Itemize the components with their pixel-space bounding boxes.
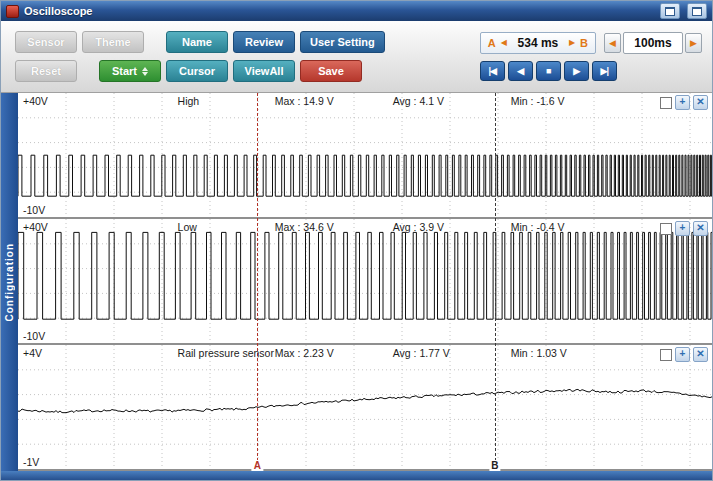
channel-panel-low: +40V Low Max : 34.6 V Avg : 3.9 V Min : … <box>18 219 712 345</box>
configuration-tab-label: Configuration <box>4 243 15 322</box>
toolbar-row-1: Sensor Theme Name Review User Setting <box>15 31 385 53</box>
cursor-b-arrow-icon[interactable]: ▶ <box>569 39 575 47</box>
viewall-button[interactable]: ViewAll <box>233 60 295 82</box>
app-icon <box>6 5 19 18</box>
stat-max: Max : 14.9 V <box>275 95 334 107</box>
theme-button[interactable]: Theme <box>82 31 144 53</box>
configuration-tab[interactable]: Configuration <box>1 93 18 471</box>
maximize-window-button[interactable] <box>687 3 707 19</box>
time-control-cluster: A ◀ 534 ms ▶ B ◀ 100ms ▶ |◀ ◀ ■ ▶ ▶| <box>480 32 702 81</box>
start-button-label: Start <box>112 65 137 77</box>
restore-icon <box>665 7 675 16</box>
cursor-b-label: B <box>580 37 588 49</box>
timebase-decrease-button[interactable]: ◀ <box>604 33 621 53</box>
title-bar: Oscilloscope <box>1 1 712 21</box>
start-spinner-icon <box>142 67 148 76</box>
stat-min: Min : 1.03 V <box>511 347 567 359</box>
cursor-a-label: A <box>488 37 496 49</box>
cursor-delta-time: 534 ms <box>512 36 564 50</box>
play-button[interactable]: ▶ <box>564 61 589 81</box>
channel-controls: + ✕ <box>660 221 708 236</box>
timebase-selector: ◀ 100ms ▶ <box>604 32 702 54</box>
review-button[interactable]: Review <box>233 31 295 53</box>
stat-avg: Avg : 3.9 V <box>393 221 444 233</box>
close-channel-icon[interactable]: ✕ <box>693 221 708 236</box>
skip-to-end-button[interactable]: ▶| <box>592 61 617 81</box>
zoom-in-icon[interactable]: + <box>675 95 690 110</box>
cursor-b-line[interactable] <box>495 93 496 471</box>
channel-controls: + ✕ <box>660 347 708 362</box>
maximize-icon <box>692 7 702 16</box>
voltage-max-label: +40V <box>23 95 48 107</box>
channel-name: Rail pressure sensor <box>178 347 274 359</box>
restore-window-button[interactable] <box>660 3 680 19</box>
timebase-value: 100ms <box>623 32 683 54</box>
reset-button[interactable]: Reset <box>15 60 77 82</box>
skip-to-start-button[interactable]: |◀ <box>480 61 505 81</box>
zoom-in-icon[interactable]: + <box>675 221 690 236</box>
toolbar-button-grid: Sensor Theme Name Review User Setting Re… <box>15 31 385 82</box>
save-button[interactable]: Save <box>300 60 362 82</box>
cursor-a-line[interactable] <box>257 93 258 471</box>
channel-panel-rail-pressure: +4V Rail pressure sensor Max : 2.23 V Av… <box>18 345 712 471</box>
stat-avg: Avg : 4.1 V <box>393 95 444 107</box>
stop-button[interactable]: ■ <box>536 61 561 81</box>
toolbar-row-2: Reset Start Cursor ViewAll Save <box>15 60 385 82</box>
sensor-button[interactable]: Sensor <box>15 31 77 53</box>
cursor-button[interactable]: Cursor <box>166 60 228 82</box>
channel-checkbox[interactable] <box>660 97 672 109</box>
name-button[interactable]: Name <box>166 31 228 53</box>
channel-name: Low <box>178 221 197 233</box>
channel-checkbox[interactable] <box>660 223 672 235</box>
channel-checkbox[interactable] <box>660 349 672 361</box>
playback-controls: |◀ ◀ ■ ▶ ▶| <box>480 61 617 81</box>
cursor-b-marker: B <box>489 460 500 471</box>
stat-min: Min : -1.6 V <box>511 95 565 107</box>
close-channel-icon[interactable]: ✕ <box>693 347 708 362</box>
zoom-in-icon[interactable]: + <box>675 347 690 362</box>
stat-min: Min : -0.4 V <box>511 221 565 233</box>
cursor-a-arrow-icon[interactable]: ◀ <box>501 39 507 47</box>
window-bottom-frame <box>1 471 712 480</box>
voltage-max-label: +4V <box>23 347 42 359</box>
voltage-max-label: +40V <box>23 221 48 233</box>
window-title: Oscilloscope <box>24 5 653 17</box>
step-back-button[interactable]: ◀ <box>508 61 533 81</box>
channel-controls: + ✕ <box>660 95 708 110</box>
scope-area: Configuration +40V High Max : 14.9 V Avg… <box>1 93 712 471</box>
voltage-min-label: -10V <box>23 204 45 216</box>
channel-panel-high: +40V High Max : 14.9 V Avg : 4.1 V Min :… <box>18 93 712 219</box>
waveform-high <box>18 93 712 217</box>
timebase-increase-button[interactable]: ▶ <box>685 33 702 53</box>
user-setting-button[interactable]: User Setting <box>300 31 385 53</box>
cursor-time-readout: A ◀ 534 ms ▶ B <box>480 32 596 54</box>
voltage-min-label: -1V <box>23 456 39 468</box>
close-channel-icon[interactable]: ✕ <box>693 95 708 110</box>
channel-stack: +40V High Max : 14.9 V Avg : 4.1 V Min :… <box>18 93 712 471</box>
stat-max: Max : 2.23 V <box>275 347 334 359</box>
start-button[interactable]: Start <box>99 60 161 82</box>
waveform-low <box>18 219 712 343</box>
oscilloscope-window: Oscilloscope Sensor Theme Name Review Us… <box>0 0 713 481</box>
time-readout-row: A ◀ 534 ms ▶ B ◀ 100ms ▶ <box>480 32 702 54</box>
voltage-min-label: -10V <box>23 330 45 342</box>
stat-max: Max : 34.6 V <box>275 221 334 233</box>
channel-name: High <box>178 95 200 107</box>
toolbar: Sensor Theme Name Review User Setting Re… <box>1 21 712 93</box>
waveform-rail-pressure <box>18 345 712 469</box>
stat-avg: Avg : 1.77 V <box>393 347 450 359</box>
cursor-a-marker: A <box>252 460 263 471</box>
